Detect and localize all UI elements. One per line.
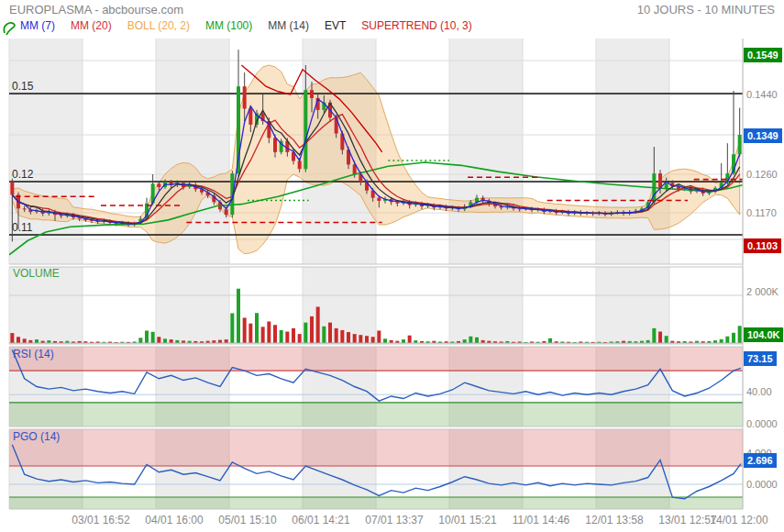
rsi-tick-0: 0.0000 <box>746 418 778 429</box>
price-annotation-011[interactable]: 0.11 <box>12 221 32 234</box>
x-axis-label: 10/01 15:21 <box>438 514 496 526</box>
pgo-panel-title: PGO (14) <box>13 430 60 443</box>
x-axis-label: 13/01 12:57 <box>658 514 716 526</box>
price-annotation-015[interactable]: 0.15 <box>12 80 33 93</box>
price-high-badge: 0.1549 <box>744 48 782 62</box>
legend-item-mm-7: MM (7) <box>20 19 55 32</box>
price-tick-1170: 0.1170 <box>746 207 777 218</box>
volume-tick-2000k: 2 000K <box>746 286 778 297</box>
pgo-tick-0: 0.0000 <box>746 479 778 490</box>
legend-item-boll-20-2: BOLL (20, 2) <box>127 19 190 32</box>
legend-item-mm-20: MM (20) <box>71 19 112 32</box>
x-axis-label: 11/01 14:46 <box>513 514 570 526</box>
x-axis-label: 06/01 14:21 <box>292 514 349 526</box>
volume-last-badge: 104.0K <box>744 327 783 342</box>
price-last-badge: 0.1349 <box>744 128 782 143</box>
price-tick-1440: 0.1440 <box>746 89 778 100</box>
price-annotation-012[interactable]: 0.12 <box>12 168 33 181</box>
x-axis-label: 12/01 13:58 <box>585 514 643 526</box>
x-axis-label: 05/01 15:10 <box>218 514 276 526</box>
page-title: EUROPLASMA - abcbourse.com <box>9 3 183 17</box>
legend-item-mm-14: MM (14) <box>268 19 309 32</box>
x-axis-label: 03/01 16:52 <box>72 514 129 526</box>
indicator-legend: MM (7)MM (20)BOLL (20, 2)MM (100)MM (14)… <box>20 19 472 32</box>
x-axis-label: 04/01 16:00 <box>145 514 203 526</box>
x-axis-label: 14/01 12:00 <box>710 514 767 526</box>
x-axis-label: 07/01 13:37 <box>365 514 423 526</box>
pgo-last-badge: 2.696 <box>744 453 777 468</box>
chart-application: EUROPLASMA - abcbourse.com 10 JOURS - 10… <box>0 0 784 532</box>
rsi-last-badge: 73.15 <box>744 351 777 366</box>
legend-item-mm-100: MM (100) <box>205 19 252 32</box>
chart-canvas[interactable] <box>0 39 784 532</box>
legend-item-supertrend-10-3: SUPERTREND (10, 3) <box>361 19 471 32</box>
legend-item-evt: EVT <box>325 19 346 32</box>
price-tick-1260: 0.1260 <box>746 169 778 180</box>
rsi-panel-title: RSI (14) <box>13 348 54 360</box>
price-low-badge: 0.1103 <box>744 238 781 253</box>
rsi-tick-40: 40.00 <box>746 386 772 397</box>
volume-panel-title: VOLUME <box>13 267 60 280</box>
timeframe-label: 10 JOURS - 10 MINUTES <box>637 3 775 17</box>
